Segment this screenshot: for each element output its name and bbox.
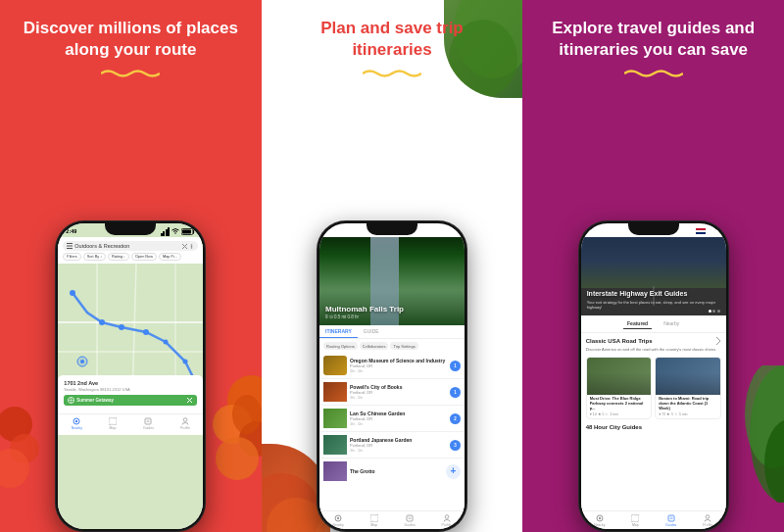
svg-point-38: [75, 420, 77, 422]
panel-1-heading: Discover millions of places along your r…: [0, 0, 262, 88]
svg-point-25: [99, 319, 105, 325]
flag-icon: [695, 227, 707, 235]
place-loc-3: Portland, OR: [350, 416, 447, 421]
place-loc-2: Portland, OR: [350, 390, 447, 395]
nav-guides-3[interactable]: Guides: [665, 514, 676, 527]
nearby-icon: [73, 417, 80, 425]
status-time-2: 2:32: [327, 228, 338, 234]
signal-icon-3: [709, 227, 718, 236]
battery-icon: [181, 228, 195, 235]
featured-header: Classic USA Road Trips: [581, 333, 726, 347]
guides-hero-title: Interstate Highway Exit Guides: [587, 290, 720, 298]
close-trip-icon[interactable]: [186, 397, 193, 404]
status-time-3: 4:25: [589, 228, 600, 234]
svg-point-26: [119, 324, 124, 330]
close-icon: [182, 244, 187, 249]
trip-hero-meta: 9 ⊙ 0.5 mi 0.8 hr: [325, 314, 459, 319]
featured-desc: Discover America on and off the road wit…: [581, 347, 726, 355]
svg-rect-12: [67, 248, 73, 249]
card-meta-2: ♥ 72 ★ 5 ☆ 5 min: [659, 412, 717, 416]
card-meta-1: ♥ 14 ★ 5 ☆ 2 min: [590, 412, 649, 416]
svg-point-3: [216, 437, 259, 480]
sort-chip[interactable]: Sort By ↓: [83, 253, 106, 261]
bottom-nav-3: Nearby Map Guides Profile: [581, 510, 726, 529]
place-thumb-2: [323, 382, 347, 402]
guides-cards: Must Drive: The Blue Ridge Parkway conne…: [581, 355, 726, 421]
phone-notch-2: [367, 223, 417, 235]
svg-marker-64: [631, 514, 639, 522]
decorative-green-right: [725, 365, 784, 493]
nav-guides-2[interactable]: Guides: [405, 514, 416, 527]
place-info-4: Portland Japanese Garden Portland, OR 3h…: [350, 437, 447, 453]
place-item-4[interactable]: Portland Japanese Garden Portland, OR 3h…: [319, 432, 465, 459]
card-info-1: Must Drive: The Blue Ridge Parkway conne…: [587, 395, 652, 417]
nav-map-2[interactable]: Map: [370, 514, 378, 527]
nav-map[interactable]: Map: [109, 417, 117, 433]
status-icons-3: [695, 227, 718, 236]
nav-profile-3[interactable]: Profile: [703, 514, 712, 527]
svg-point-17: [191, 247, 193, 249]
panel-discover: Discover millions of places along your r…: [0, 0, 262, 532]
place-item-5[interactable]: The Grotto +: [319, 459, 465, 484]
wifi-icon: [172, 227, 179, 235]
svg-point-15: [191, 244, 193, 246]
guide-card-2[interactable]: Boston to Miami: Road trip down the Atla…: [655, 357, 721, 418]
add-place-btn[interactable]: +: [446, 464, 461, 479]
menu-icon: [67, 243, 73, 249]
chevron-right-icon: [715, 336, 721, 346]
hero-dots: [709, 310, 720, 313]
wavy-decoration-2: [363, 65, 421, 74]
svg-rect-65: [668, 515, 674, 521]
city-guides-section: 48 Hour City Guides: [581, 422, 726, 431]
phone-notch-3: [628, 223, 679, 235]
map-icon-2: [370, 514, 378, 522]
place-item-2[interactable]: Powell's City of Books Portland, OR 3hr …: [319, 379, 465, 406]
wavy-decoration-1: [101, 65, 160, 74]
place-loc-1: Portland, OR: [350, 363, 447, 368]
panel-2-title: Plan and save trip itineraries: [281, 18, 504, 61]
place-thumb-5: [323, 461, 347, 481]
guides-hero-sub: Your exit strategy for the best places t…: [587, 300, 720, 310]
open-now-chip[interactable]: Open Now: [131, 253, 157, 261]
map-fi-chip[interactable]: Map Fi...: [159, 253, 181, 261]
card-title-1: Must Drive: The Blue Ridge Parkway conne…: [590, 397, 649, 411]
guides-icon: [144, 417, 152, 425]
nav-profile[interactable]: Profile: [180, 417, 190, 433]
rating-chip[interactable]: Rating ↓: [108, 253, 129, 261]
nav-nearby-3[interactable]: Nearby: [594, 514, 605, 527]
profile-icon: [181, 417, 189, 425]
filter-chip[interactable]: Filters: [63, 253, 80, 261]
place-num-4: 3: [450, 440, 461, 451]
place-item-1[interactable]: Oregon Museum of Science and Industry Po…: [319, 353, 465, 379]
svg-rect-55: [407, 515, 413, 521]
guides-content: Classic USA Road Trips Discover America …: [581, 333, 726, 510]
panel-2-heading: Plan and save trip itineraries: [262, 0, 523, 88]
sub-tab-collab[interactable]: Collaborators: [360, 342, 389, 350]
guide-card-1[interactable]: Must Drive: The Blue Ridge Parkway conne…: [586, 357, 653, 418]
bottom-nav-2: Nearby Map Guides Profile: [319, 510, 465, 529]
sub-tab-routing[interactable]: Routing Options: [323, 342, 358, 350]
nav-nearby-2[interactable]: Nearby: [332, 514, 343, 527]
guides-icon-3: [667, 514, 675, 522]
featured-title: Classic USA Road Trips: [586, 338, 653, 344]
tab-itinerary[interactable]: ITINERARY: [319, 325, 358, 338]
sub-tab-settings[interactable]: Trip Settings: [390, 342, 417, 350]
nearby-icon-2: [334, 514, 342, 522]
status-icons-2: [423, 227, 457, 235]
nav-profile-2[interactable]: Profile: [442, 514, 452, 527]
map-icon: [109, 417, 117, 425]
nav-nearby[interactable]: Nearby: [72, 417, 82, 433]
tab-nearby[interactable]: Nearby: [660, 318, 683, 329]
decorative-flowers-left: [0, 395, 44, 493]
address-line: 1701 2nd Ave: [64, 380, 197, 386]
tab-guide[interactable]: GUIDE: [358, 325, 385, 338]
nav-map-3[interactable]: Map: [631, 514, 639, 527]
phone-guides: 4:25: [578, 220, 729, 532]
nav-guides[interactable]: Guides: [143, 417, 154, 433]
svg-point-31: [80, 360, 84, 363]
settings-icon: [423, 227, 431, 235]
tab-featured[interactable]: Featured: [623, 318, 652, 329]
place-item-3[interactable]: Lan Su Chinese Garden Portland, OR 3hr -…: [319, 406, 465, 432]
trip-label-bar: Summer Getaway: [64, 395, 197, 406]
bottom-nav-1: Nearby Map Guides: [58, 413, 203, 435]
